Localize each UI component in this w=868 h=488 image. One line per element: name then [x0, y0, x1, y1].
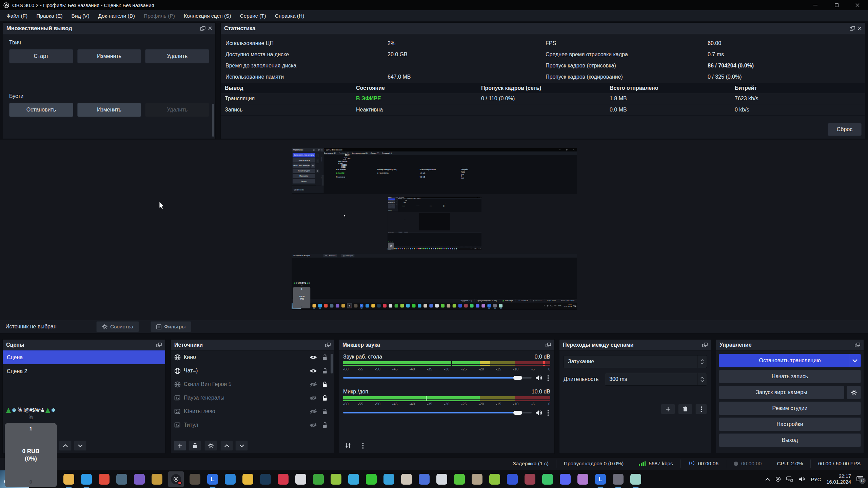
source-item[interactable]: Пауза генералы — [171, 391, 334, 405]
lock-open-icon[interactable] — [319, 354, 331, 360]
telegram-icon[interactable] — [382, 473, 395, 486]
yellow-launcher-icon[interactable] — [241, 473, 254, 486]
close-panel-icon[interactable] — [208, 26, 212, 30]
remove-transition-button[interactable] — [678, 404, 692, 414]
tray-clock[interactable]: 22:17 16.01.2024 — [826, 473, 851, 485]
mixer-header[interactable]: Микшер звука — [339, 340, 554, 350]
letter-l-app-2-icon[interactable]: L — [594, 473, 607, 486]
steam-icon[interactable] — [259, 473, 272, 486]
scenes-header[interactable]: Сцены — [3, 340, 165, 350]
source-properties-button[interactable] — [204, 441, 217, 451]
lock-closed-icon[interactable] — [319, 382, 331, 387]
lock-open-icon[interactable] — [319, 422, 331, 428]
scene-down-button[interactable] — [74, 441, 86, 451]
control-button[interactable]: Запуск вирт. камеры — [719, 386, 844, 399]
file-explorer-icon[interactable] — [62, 473, 75, 486]
nvidia-app-icon[interactable] — [330, 473, 342, 486]
source-item[interactable]: Юниты лево — [171, 405, 334, 418]
reset-button[interactable]: Сброс — [828, 123, 862, 136]
menu-item[interactable]: Профиль (P) — [139, 10, 179, 21]
source-down-button[interactable] — [235, 441, 248, 451]
source-up-button[interactable] — [220, 441, 233, 451]
volume-handle[interactable] — [513, 411, 522, 415]
menu-item[interactable]: Вид (V) — [67, 10, 94, 21]
add-transition-button[interactable] — [661, 404, 675, 414]
scrollbar[interactable] — [212, 104, 214, 137]
controls-header[interactable]: Управление — [716, 340, 864, 350]
spider-app-icon[interactable] — [524, 473, 536, 486]
source-item[interactable]: Скилл Вил Герои 5 — [171, 378, 334, 391]
popout-icon[interactable] — [855, 343, 860, 347]
stats-header[interactable]: Статистика — [221, 23, 865, 34]
statue-app-icon[interactable] — [471, 473, 484, 486]
dark-shield-app-icon[interactable] — [189, 473, 201, 486]
tray-network-icon[interactable] — [786, 476, 793, 482]
sources-header[interactable]: Источники — [171, 340, 334, 350]
control-button[interactable]: Остановить трансляцию — [719, 354, 861, 367]
shield-game-app-icon[interactable] — [612, 473, 625, 486]
menu-item[interactable]: Справка (H) — [271, 10, 309, 21]
preview-canvas[interactable]: OBS 30.0.2 - Профиль: Без названия - Сце… — [292, 148, 577, 310]
visibility-eye-off-icon[interactable] — [308, 382, 319, 387]
transitions-header[interactable]: Переходы между сценами — [559, 340, 711, 350]
scrollbar[interactable] — [331, 354, 333, 373]
popout-icon[interactable] — [200, 26, 205, 31]
visibility-eye-icon[interactable] — [308, 368, 319, 373]
filters-button[interactable]: Фильтры — [151, 321, 191, 332]
scene-item[interactable]: Сцена — [3, 350, 165, 364]
remove-source-button[interactable] — [189, 441, 201, 451]
mixer-menu-dots-icon[interactable] — [357, 441, 369, 451]
output-action-button[interactable]: Старт — [9, 49, 73, 63]
popout-icon[interactable] — [702, 343, 708, 347]
transition-menu-dots-icon[interactable] — [695, 404, 707, 414]
punisher-app-icon[interactable] — [435, 473, 448, 486]
close-panel-icon[interactable] — [858, 26, 862, 30]
control-button[interactable]: Начать запись — [719, 370, 861, 383]
properties-button[interactable]: Свойства — [96, 321, 139, 332]
close-button[interactable] — [847, 0, 868, 10]
edge-browser-icon[interactable] — [80, 473, 93, 486]
visibility-eye-off-icon[interactable] — [308, 395, 319, 401]
output-action-button[interactable]: Остановить — [9, 103, 73, 117]
tray-chevron-up-icon[interactable] — [765, 478, 770, 481]
popout-icon[interactable] — [156, 343, 162, 347]
menu-item[interactable]: Коллекция сцен (S) — [179, 10, 236, 21]
source-item[interactable]: Титул — [171, 418, 334, 432]
transition-select[interactable]: Затухание — [564, 355, 707, 368]
chevron-down-icon[interactable] — [849, 354, 861, 367]
select-spinner-icon[interactable] — [697, 355, 707, 368]
donation-widget[interactable]: ❄ ☃ !@#$%*& ❄ ☃ 1 0 RUB (0%) 0 — [2, 406, 60, 488]
volume-handle[interactable] — [513, 376, 522, 380]
monitor-app-icon[interactable] — [115, 473, 128, 486]
lock-open-icon[interactable] — [319, 409, 331, 414]
channel-menu-dots-icon[interactable] — [546, 375, 550, 381]
duration-input[interactable]: 300 ms — [605, 373, 707, 386]
minimize-button[interactable] — [805, 0, 826, 10]
winrar-icon[interactable] — [576, 473, 589, 486]
blue-dots-app-icon[interactable] — [506, 473, 519, 486]
world-of-warcraft-icon[interactable] — [133, 473, 146, 486]
scene-item[interactable]: Сцена 2 — [3, 364, 165, 378]
control-button[interactable]: Настройки — [719, 418, 861, 431]
eagle-app-icon[interactable] — [418, 473, 431, 486]
virtual-camera-settings-gear-icon[interactable] — [847, 386, 861, 399]
discord-icon[interactable] — [559, 473, 572, 486]
channel-menu-dots-icon[interactable] — [546, 410, 550, 416]
chrome-browser-icon[interactable] — [98, 473, 111, 486]
obs-studio-icon[interactable] — [168, 471, 184, 487]
tray-language[interactable]: РУС — [811, 476, 821, 482]
green-tile-app-icon[interactable] — [488, 473, 501, 486]
multi-output-header[interactable]: Множественный вывод — [3, 23, 215, 34]
green-rings-app-icon[interactable] — [365, 473, 378, 486]
advanced-audio-icon[interactable] — [342, 441, 354, 451]
lock-open-icon[interactable] — [319, 368, 331, 374]
visibility-eye-off-icon[interactable] — [308, 423, 319, 428]
utorrent-icon[interactable] — [453, 473, 466, 486]
white-app-icon[interactable] — [294, 473, 307, 486]
popout-icon[interactable] — [325, 343, 331, 347]
battle-net-icon[interactable] — [224, 473, 237, 486]
scene-up-button[interactable] — [59, 441, 72, 451]
riot-client-icon[interactable] — [277, 473, 290, 486]
green-chip-app-icon[interactable] — [541, 473, 554, 486]
control-button[interactable]: Выход — [719, 433, 861, 447]
